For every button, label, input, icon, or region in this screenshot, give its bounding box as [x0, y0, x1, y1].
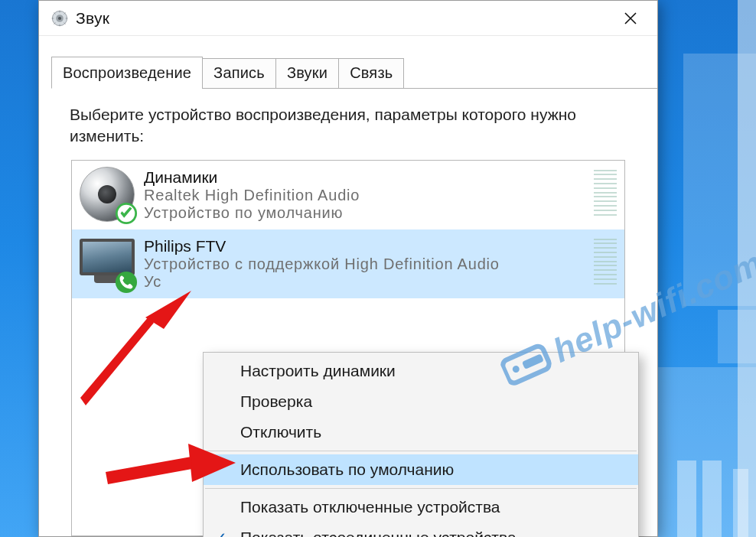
titlebar[interactable]: Звук: [39, 1, 657, 36]
window-title: Звук: [76, 9, 109, 28]
desktop-peek: [677, 461, 696, 537]
monitor-icon: [80, 236, 135, 291]
desktop-peek: [718, 310, 756, 363]
desktop-peek: [733, 469, 748, 537]
device-row-philips[interactable]: Philips FTV Устройство с поддержкой High…: [72, 229, 624, 298]
svg-point-13: [116, 272, 137, 293]
desktop-peek: [702, 461, 722, 537]
tab-record[interactable]: Запись: [202, 58, 276, 89]
ctx-label: Показать отсоединенные устройства: [240, 529, 516, 537]
divider: [205, 488, 637, 489]
level-meter: [594, 170, 617, 216]
context-menu: Настроить динамики Проверка Отключить Ис…: [203, 352, 639, 537]
ctx-disable[interactable]: Отключить: [204, 417, 638, 447]
level-meter: [594, 239, 617, 285]
sound-icon: [51, 10, 68, 27]
device-name: Динамики: [144, 168, 617, 187]
tab-strip: Воспроизведение Запись Звуки Связь: [51, 56, 657, 89]
device-driver: Устройство с поддержкой High Definition …: [144, 255, 617, 273]
check-icon: ✓: [214, 529, 227, 537]
ctx-test[interactable]: Проверка: [204, 386, 638, 417]
close-icon: [624, 11, 637, 25]
device-name: Philips FTV: [144, 237, 617, 255]
comm-phone-badge: [115, 271, 138, 294]
tab-sounds[interactable]: Звуки: [275, 58, 339, 89]
ctx-show-disabled[interactable]: Показать отключенные устройства: [204, 492, 638, 522]
svg-point-2: [58, 16, 61, 19]
device-status: Ус: [144, 273, 617, 291]
default-check-badge: [115, 202, 138, 225]
tab-comm[interactable]: Связь: [338, 58, 404, 89]
desktop-peek: [683, 54, 756, 306]
divider: [205, 451, 637, 451]
ctx-show-disconnected[interactable]: ✓ Показать отсоединенные устройства: [204, 522, 638, 537]
ctx-configure-speakers[interactable]: Настроить динамики: [204, 356, 638, 386]
speaker-icon: [80, 167, 135, 222]
device-status: Устройство по умолчанию: [144, 204, 617, 222]
device-row-speakers[interactable]: Динамики Realtek High Definition Audio У…: [72, 161, 624, 229]
tab-playback[interactable]: Воспроизведение: [51, 57, 203, 89]
device-driver: Realtek High Definition Audio: [144, 187, 617, 204]
instruction-text: Выберите устройство воспроизведения, пар…: [39, 89, 657, 160]
close-button[interactable]: [608, 3, 653, 34]
ctx-set-default[interactable]: Использовать по умолчанию: [204, 454, 638, 485]
